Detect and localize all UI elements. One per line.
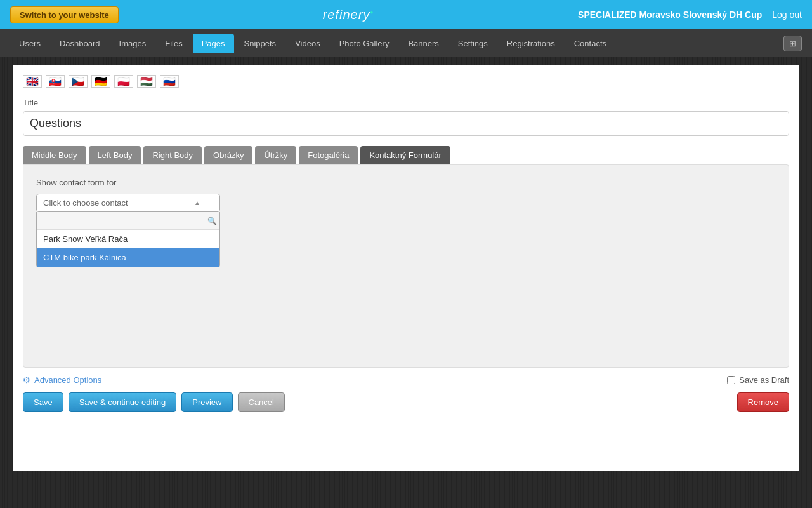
tab-right-body[interactable]: Right Body <box>143 146 202 164</box>
nav-item-settings[interactable]: Settings <box>449 34 497 53</box>
nav-item-videos[interactable]: Videos <box>286 34 329 53</box>
extra-nav-button[interactable]: ⊞ <box>783 36 802 51</box>
nav-bar: Users Dashboard Images Files Pages Snipp… <box>0 29 812 57</box>
save-as-draft-checkbox[interactable] <box>727 376 735 384</box>
save-as-draft-label: Save as Draft <box>739 375 789 385</box>
contact-dropdown: 🔍 Park Snow Veľká Rača CTM bike park Kál… <box>36 212 220 267</box>
nav-item-dashboard[interactable]: Dashboard <box>51 34 109 53</box>
flag-pl[interactable]: 🇵🇱 <box>114 75 133 88</box>
contact-select-display[interactable]: Click to choose contact ▲ <box>36 194 220 212</box>
main-content: 🇬🇧 🇸🇰 🇨🇿 🇩🇪 🇵🇱 🇭🇺 🇷🇺 Title Middle Body L… <box>13 65 799 471</box>
tab-fotogaleria[interactable]: Fotogaléria <box>299 146 358 164</box>
logout-link[interactable]: Log out <box>772 10 802 20</box>
contact-option-1[interactable]: CTM bike park Kálnica <box>37 248 219 267</box>
site-name: SPECIALIZED Moravsko Slovenský DH Cup <box>578 10 762 20</box>
nav-item-photo-gallery[interactable]: Photo Gallery <box>331 34 398 53</box>
flag-ru[interactable]: 🇷🇺 <box>160 75 179 88</box>
logo: refinery● <box>323 8 374 22</box>
save-button[interactable]: Save <box>23 392 63 412</box>
action-buttons: Save Save & continue editing Preview Can… <box>23 390 789 412</box>
tab-kontaktny-formular[interactable]: Kontaktný Formulár <box>360 146 450 164</box>
contact-select-wrapper: Click to choose contact ▲ 🔍 Park Snow Ve… <box>36 194 220 212</box>
contact-form-label: Show contact form for <box>36 178 776 187</box>
flag-cz[interactable]: 🇨🇿 <box>69 75 88 88</box>
nav-item-contacts[interactable]: Contacts <box>565 34 615 53</box>
nav-item-files[interactable]: Files <box>156 34 191 53</box>
language-flags: 🇬🇧 🇸🇰 🇨🇿 🇩🇪 🇵🇱 🇭🇺 🇷🇺 <box>23 75 789 88</box>
top-bar-right: SPECIALIZED Moravsko Slovenský DH Cup Lo… <box>578 10 802 20</box>
nav-item-registrations[interactable]: Registrations <box>498 34 564 53</box>
gear-icon: ⚙ <box>23 375 30 385</box>
nav-item-images[interactable]: Images <box>110 34 155 53</box>
preview-button[interactable]: Preview <box>181 392 232 412</box>
tab-content-kontaktny-formular: Show contact form for Click to choose co… <box>23 164 789 368</box>
tab-obrazky[interactable]: Obrázky <box>204 146 252 164</box>
contact-select-value: Click to choose contact <box>43 198 128 208</box>
bottom-bar: ⚙ Advanced Options Save as Draft <box>23 368 789 390</box>
cancel-button[interactable]: Cancel <box>238 392 285 412</box>
tab-middle-body[interactable]: Middle Body <box>23 146 86 164</box>
save-continue-button[interactable]: Save & continue editing <box>69 392 177 412</box>
search-icon: 🔍 <box>207 217 217 225</box>
nav-item-snippets[interactable]: Snippets <box>235 34 285 53</box>
nav-item-banners[interactable]: Banners <box>399 34 447 53</box>
title-label: Title <box>23 98 789 107</box>
save-draft-wrapper: Save as Draft <box>727 375 789 385</box>
flag-gb[interactable]: 🇬🇧 <box>23 75 42 88</box>
remove-button[interactable]: Remove <box>737 392 789 412</box>
advanced-options[interactable]: ⚙ Advanced Options <box>23 375 102 385</box>
nav-item-pages[interactable]: Pages <box>193 34 234 53</box>
title-input[interactable] <box>23 111 789 136</box>
contact-search-input[interactable] <box>39 215 206 227</box>
flag-sk[interactable]: 🇸🇰 <box>46 75 65 88</box>
tab-bar: Middle Body Left Body Right Body Obrázky… <box>23 146 789 164</box>
tab-left-body[interactable]: Left Body <box>89 146 141 164</box>
contact-search-wrapper: 🔍 <box>37 212 219 230</box>
nav-item-users[interactable]: Users <box>10 34 49 53</box>
advanced-options-label: Advanced Options <box>34 375 102 385</box>
tab-utrzy[interactable]: Útržky <box>255 146 296 164</box>
contact-select-arrow-icon: ▲ <box>194 199 200 206</box>
switch-website-button[interactable]: Switch to your website <box>10 6 119 23</box>
flag-de[interactable]: 🇩🇪 <box>91 75 110 88</box>
flag-hu[interactable]: 🇭🇺 <box>137 75 156 88</box>
top-bar: Switch to your website refinery● SPECIAL… <box>0 0 812 29</box>
contact-option-0[interactable]: Park Snow Veľká Rača <box>37 230 219 248</box>
